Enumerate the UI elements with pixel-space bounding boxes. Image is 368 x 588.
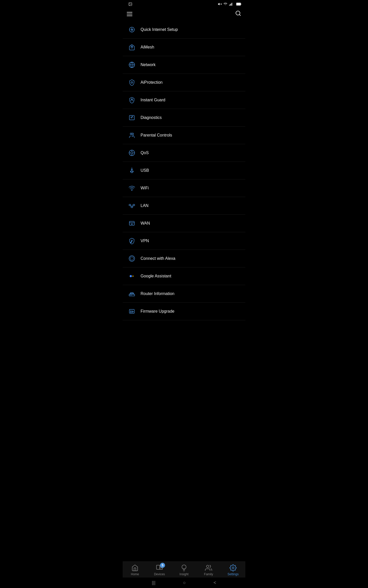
signal-icon: [229, 2, 233, 6]
svg-point-40: [130, 257, 134, 260]
parental-controls-icon: [128, 131, 136, 139]
home-nav-label: Home: [131, 572, 139, 576]
svg-point-16: [131, 46, 133, 48]
menu-item-wifi[interactable]: WiFi: [123, 179, 245, 197]
svg-point-46: [130, 295, 130, 295]
menu-item-lan[interactable]: LAN: [123, 197, 245, 215]
menu-item-quick-internet-setup[interactable]: Quick Internet Setup: [123, 21, 245, 39]
svg-point-42: [132, 276, 133, 277]
svg-rect-30: [131, 206, 133, 207]
menu-item-wan[interactable]: WAN: [123, 215, 245, 232]
router-info-icon: [128, 290, 136, 298]
hamburger-menu[interactable]: [127, 12, 132, 16]
menu-item-aiprotection[interactable]: AiProtection: [123, 74, 245, 91]
svg-rect-48: [129, 309, 134, 313]
svg-rect-8: [232, 3, 232, 6]
alexa-icon: [128, 254, 136, 263]
mute-icon: [218, 2, 222, 6]
quick-setup-icon: [128, 26, 136, 34]
menu-item-vpn[interactable]: VPN: [123, 232, 245, 250]
battery-icon: [236, 3, 241, 6]
svg-rect-34: [129, 221, 134, 225]
svg-point-22: [130, 133, 132, 135]
aimesh-icon: [128, 43, 136, 51]
connect-with-alexa-label: Connect with Alexa: [141, 256, 175, 261]
svg-rect-10: [241, 4, 241, 5]
menu-item-diagnostics[interactable]: Diagnostics: [123, 109, 245, 127]
menu-item-google-assistant[interactable]: Google Assistant: [123, 267, 245, 285]
devices-nav-label: Devices: [154, 572, 165, 576]
svg-point-47: [131, 295, 132, 295]
home-button[interactable]: ○: [183, 580, 186, 585]
insight-nav-icon: [180, 564, 188, 571]
nav-item-home[interactable]: Home: [123, 564, 147, 576]
nav-item-family[interactable]: Family: [196, 564, 221, 576]
wifi-label: WiFi: [141, 186, 149, 190]
vpn-icon: [128, 237, 136, 245]
menu-item-router-information[interactable]: Router Information: [123, 285, 245, 303]
parental-controls-label: Parental Controls: [141, 133, 172, 138]
svg-rect-7: [231, 3, 231, 6]
menu-item-network[interactable]: Network: [123, 56, 245, 74]
svg-rect-6: [230, 4, 231, 6]
aiprotection-icon: [128, 78, 136, 87]
bottom-navigation: Home 5 Devices Insight Family Settings: [123, 561, 245, 578]
svg-point-41: [130, 275, 132, 277]
menu-item-parental-controls[interactable]: Parental Controls: [123, 127, 245, 144]
nav-item-insight[interactable]: Insight: [172, 564, 196, 576]
search-button[interactable]: [235, 10, 241, 18]
qos-label: QoS: [141, 151, 149, 155]
back-button[interactable]: <: [213, 580, 216, 585]
nav-item-settings[interactable]: Settings: [221, 564, 245, 576]
wifi-status-icon: [223, 2, 227, 6]
qos-icon: [128, 149, 136, 157]
menu-item-qos[interactable]: QoS: [123, 144, 245, 162]
status-time-area: [127, 2, 132, 6]
svg-rect-31: [133, 204, 135, 206]
settings-menu-list: Quick Internet Setup AiMesh Network AiPr…: [123, 21, 245, 561]
menu-item-connect-with-alexa[interactable]: Connect with Alexa: [123, 250, 245, 267]
lan-icon: [128, 202, 136, 210]
usb-label: USB: [141, 168, 149, 173]
photo-icon: [128, 2, 132, 6]
google-assistant-label: Google Assistant: [141, 274, 171, 278]
android-nav-bar: ||| ○ <: [123, 578, 245, 588]
svg-line-32: [130, 206, 132, 206]
svg-rect-11: [237, 3, 240, 5]
svg-line-33: [132, 206, 134, 206]
menu-item-firmware-upgrade[interactable]: Firmware Upgrade: [123, 303, 245, 320]
instant-guard-icon: [128, 96, 136, 104]
menu-item-aimesh[interactable]: AiMesh: [123, 39, 245, 56]
family-nav-icon: [205, 564, 212, 571]
home-nav-icon: [131, 564, 139, 571]
firmware-icon: [128, 307, 136, 315]
svg-rect-45: [131, 293, 133, 293]
settings-nav-label: Settings: [227, 572, 238, 576]
svg-point-28: [132, 190, 132, 191]
usb-icon: [128, 166, 136, 175]
wan-icon: [128, 219, 136, 227]
svg-rect-43: [129, 294, 135, 296]
vpn-label: VPN: [141, 239, 149, 243]
svg-rect-29: [129, 204, 131, 206]
instant-guard-label: Instant Guard: [141, 98, 165, 102]
svg-point-23: [132, 133, 134, 135]
router-information-label: Router Information: [141, 291, 175, 296]
svg-rect-49: [156, 565, 160, 569]
wifi-icon: [128, 184, 136, 192]
quick-internet-setup-label: Quick Internet Setup: [141, 27, 178, 32]
google-assistant-icon: [128, 272, 136, 280]
svg-point-1: [130, 3, 130, 4]
lan-label: LAN: [141, 203, 148, 208]
svg-point-53: [232, 567, 234, 569]
nav-item-devices[interactable]: 5 Devices: [147, 564, 172, 576]
menu-item-usb[interactable]: USB: [123, 162, 245, 179]
network-icon: [128, 61, 136, 69]
svg-point-35: [132, 224, 132, 224]
svg-point-25: [131, 152, 133, 154]
app-bar: [123, 8, 245, 21]
menu-item-instant-guard[interactable]: Instant Guard: [123, 91, 245, 109]
network-label: Network: [141, 63, 156, 67]
badge-devices: 5: [160, 563, 165, 568]
recents-button[interactable]: |||: [152, 580, 155, 585]
